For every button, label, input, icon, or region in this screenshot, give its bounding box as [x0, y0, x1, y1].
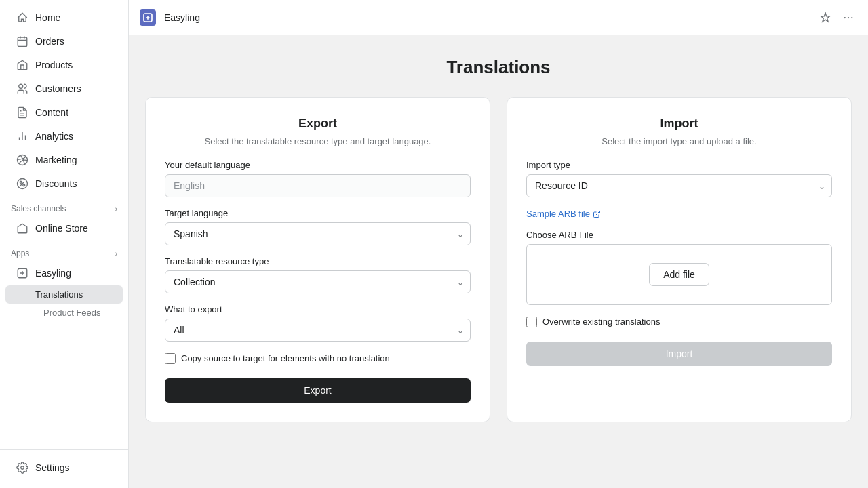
- products-icon: [16, 59, 28, 71]
- sidebar-item-settings[interactable]: Settings: [5, 456, 123, 479]
- home-icon: [16, 12, 28, 24]
- sidebar-item-discounts[interactable]: Discounts: [5, 172, 123, 195]
- resource-type-label: Translatable resource type: [165, 256, 471, 266]
- import-card: Import Select the import type and upload…: [507, 97, 852, 422]
- import-type-select[interactable]: Resource ID Handle Title: [526, 174, 832, 197]
- customers-icon: [16, 83, 28, 95]
- svg-point-14: [844, 16, 846, 18]
- apps-section: Apps ›: [0, 241, 128, 261]
- svg-rect-0: [18, 37, 27, 47]
- arb-file-group: Choose ARB File Add file: [526, 230, 832, 305]
- sidebar-item-easyling[interactable]: Easyling: [5, 262, 123, 285]
- import-type-label: Import type: [526, 160, 832, 170]
- import-type-select-wrapper: Resource ID Handle Title: [526, 174, 832, 197]
- export-card-subtitle: Select the translatable resource type an…: [165, 136, 471, 146]
- marketing-icon: [16, 154, 28, 166]
- resource-type-group: Translatable resource type Collection Pr…: [165, 256, 471, 293]
- add-file-button[interactable]: Add file: [649, 263, 709, 286]
- orders-icon: [16, 35, 28, 47]
- main-area: Easyling Translations Export Select the …: [129, 0, 868, 488]
- content-icon: [16, 106, 28, 119]
- page-title: Translations: [145, 57, 852, 78]
- sidebar-item-content-label: Content: [35, 107, 68, 118]
- sidebar-item-translations[interactable]: Translations: [5, 285, 123, 304]
- svg-line-17: [596, 211, 600, 215]
- target-language-group: Target language Spanish French German It…: [165, 208, 471, 245]
- sidebar-item-orders[interactable]: Orders: [5, 30, 123, 53]
- sidebar-item-home[interactable]: Home: [5, 6, 123, 29]
- sidebar-item-customers[interactable]: Customers: [5, 77, 123, 100]
- sidebar: Home Orders Products Customers Content: [0, 0, 129, 488]
- sidebar-item-discounts-label: Discounts: [35, 178, 77, 189]
- topbar-actions: [816, 9, 857, 26]
- sidebar-item-marketing-label: Marketing: [35, 155, 77, 165]
- overwrite-row: Overwrite existing translations: [526, 316, 832, 328]
- svg-point-12: [21, 466, 24, 470]
- target-language-select-wrapper: Spanish French German Italian Portuguese: [165, 222, 471, 245]
- cards-row: Export Select the translatable resource …: [145, 97, 852, 422]
- sales-channels-section: Sales channels ›: [0, 196, 128, 216]
- sidebar-item-analytics-label: Analytics: [35, 131, 73, 142]
- topbar: Easyling: [129, 0, 868, 35]
- settings-icon: [16, 462, 28, 474]
- default-language-group: Your default language: [165, 160, 471, 197]
- copy-source-checkbox[interactable]: [165, 353, 176, 364]
- export-card-title: Export: [165, 117, 471, 131]
- external-link-icon: [593, 210, 601, 218]
- target-language-label: Target language: [165, 208, 471, 218]
- sample-arb-link[interactable]: Sample ARB file: [526, 209, 601, 219]
- sales-channels-chevron[interactable]: ›: [115, 205, 117, 213]
- import-card-title: Import: [526, 117, 832, 131]
- default-language-input: [165, 174, 471, 197]
- sidebar-item-easyling-label: Easyling: [35, 268, 71, 279]
- arb-file-area: Add file: [526, 244, 832, 305]
- svg-point-1: [19, 84, 23, 88]
- import-card-subtitle: Select the import type and upload a file…: [526, 136, 832, 146]
- import-type-group: Import type Resource ID Handle Title: [526, 160, 832, 197]
- sidebar-item-products[interactable]: Products: [5, 54, 123, 77]
- copy-source-label[interactable]: Copy source to target for elements with …: [181, 352, 390, 365]
- svg-point-15: [848, 16, 849, 18]
- target-language-select[interactable]: Spanish French German Italian Portuguese: [165, 222, 471, 245]
- topbar-app-name: Easyling: [164, 12, 200, 23]
- app-icon: [140, 9, 156, 26]
- sidebar-item-marketing[interactable]: Marketing: [5, 148, 123, 171]
- import-button[interactable]: Import: [526, 342, 832, 366]
- resource-type-select-wrapper: Collection Product Blog Post Page Custom…: [165, 270, 471, 293]
- sidebar-item-orders-label: Orders: [35, 36, 64, 47]
- sidebar-item-online-store[interactable]: Online Store: [5, 217, 123, 240]
- svg-line-10: [20, 182, 24, 186]
- svg-point-16: [851, 16, 852, 18]
- what-to-export-select-wrapper: All Published Unpublished: [165, 319, 471, 342]
- apps-chevron[interactable]: ›: [115, 250, 117, 258]
- sidebar-item-products-label: Products: [35, 60, 73, 70]
- more-button[interactable]: [840, 9, 857, 26]
- content-area: Translations Export Select the translata…: [129, 35, 868, 488]
- what-to-export-select[interactable]: All Published Unpublished: [165, 319, 471, 342]
- sidebar-item-home-label: Home: [35, 12, 60, 23]
- export-button[interactable]: Export: [165, 378, 471, 403]
- pin-button[interactable]: [816, 9, 834, 26]
- svg-point-8: [20, 181, 22, 183]
- what-to-export-label: What to export: [165, 304, 471, 314]
- discounts-icon: [16, 178, 28, 190]
- sidebar-item-content[interactable]: Content: [5, 101, 123, 124]
- overwrite-checkbox[interactable]: [526, 317, 537, 327]
- analytics-icon: [16, 130, 28, 142]
- svg-point-9: [23, 184, 25, 186]
- copy-source-row: Copy source to target for elements with …: [165, 352, 471, 365]
- sidebar-item-online-store-label: Online Store: [35, 223, 88, 234]
- overwrite-label[interactable]: Overwrite existing translations: [542, 316, 660, 328]
- resource-type-select[interactable]: Collection Product Blog Post Page Custom…: [165, 270, 471, 293]
- sidebar-item-analytics[interactable]: Analytics: [5, 125, 123, 148]
- choose-arb-label: Choose ARB File: [526, 230, 832, 240]
- store-icon: [16, 222, 28, 235]
- what-to-export-group: What to export All Published Unpublished: [165, 304, 471, 342]
- default-language-label: Your default language: [165, 160, 471, 170]
- sidebar-item-customers-label: Customers: [35, 83, 81, 94]
- sidebar-item-settings-label: Settings: [35, 462, 70, 473]
- easyling-icon: [16, 267, 28, 279]
- sidebar-item-product-feeds[interactable]: Product Feeds: [5, 304, 123, 321]
- export-card: Export Select the translatable resource …: [145, 97, 490, 422]
